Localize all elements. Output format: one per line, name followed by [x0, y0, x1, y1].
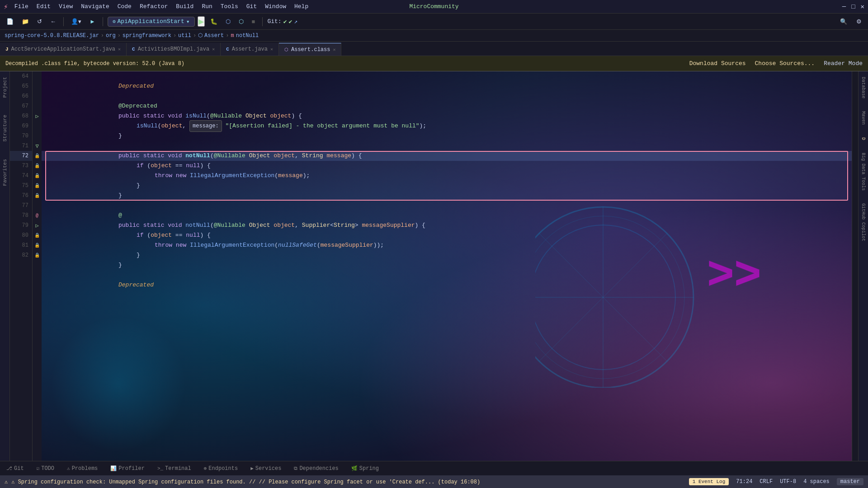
git-branch-button[interactable]: 👤▾ [68, 17, 84, 26]
code-79: public static void notNull(@Nullable Obj… [118, 221, 425, 230]
bottom-tab-todo[interactable]: ☑ TODO [34, 465, 57, 473]
tab-close-4[interactable]: ✕ [333, 47, 335, 52]
toolbar-separator-2 [103, 17, 103, 26]
bottom-tab-terminal[interactable]: >_ Terminal [155, 465, 194, 473]
menu-run[interactable]: Run [198, 2, 216, 11]
sidebar-item-d[interactable]: D [860, 136, 867, 142]
breadcrumb-org[interactable]: org [106, 33, 116, 39]
status-branch[interactable]: master [837, 478, 863, 485]
menu-bar: ⚡ File Edit View Navigate Code Refactor … [0, 0, 868, 14]
sync-button[interactable]: ↺ [34, 17, 45, 26]
menu-tools[interactable]: Tools [217, 2, 242, 11]
back-button[interactable]: ← [47, 17, 59, 26]
bottom-tab-dependencies[interactable]: ⧉ Dependencies [291, 465, 341, 473]
status-position[interactable]: 71:24 [736, 479, 752, 485]
minimize-button[interactable]: ─ [842, 3, 846, 10]
choose-sources-button[interactable]: Choose Sources... [755, 60, 815, 67]
menu-edit[interactable]: Edit [33, 2, 54, 11]
run-button[interactable]: ▶ [198, 16, 205, 27]
code-line-66 [42, 91, 852, 101]
left-panel-tabs: Project Structure Favorites [0, 71, 10, 461]
settings-button[interactable]: ⚙ [854, 17, 864, 26]
sidebar-item-favorites[interactable]: Favorites [1, 157, 9, 188]
code-line-76: } [42, 191, 852, 201]
event-log-button[interactable]: 1 Event Log [689, 478, 729, 485]
deprecated-65: Deprecated [118, 81, 154, 91]
bottom-tab-problems[interactable]: ⚠ Problems [64, 465, 100, 473]
bottom-tab-git[interactable]: ⎇ Git [4, 465, 27, 473]
tab-assert-java[interactable]: C Assert.java ✕ [221, 43, 279, 56]
sidebar-item-project[interactable]: Project [1, 75, 9, 99]
menu-navigate[interactable]: Navigate [77, 2, 113, 11]
tab-assert-class[interactable]: ⬡ Assert.class ✕ [279, 43, 341, 56]
tab-icon-java-2: C [132, 47, 135, 52]
status-indent[interactable]: 4 spaces [803, 479, 830, 485]
debug-button[interactable]: 🐛 [208, 17, 220, 26]
code-line-81: throw new IllegalArgumentException(nullS… [42, 240, 852, 250]
sidebar-item-copilot[interactable]: GitHub Copilot [860, 202, 867, 243]
code-line-68: public static void isNull(@Nullable Obje… [42, 111, 852, 121]
code-editor[interactable]: >> >> Deprecated @Deprecated public stat… [42, 71, 852, 461]
breadcrumb-jar[interactable]: spring-core-5.0.8.RELEASE.jar [5, 33, 99, 39]
bottom-tab-terminal-label: Terminal [165, 465, 191, 472]
reader-mode-button[interactable]: Reader Mode [824, 60, 863, 67]
breadcrumb-assert[interactable]: Assert [204, 33, 224, 39]
bottom-tab-services[interactable]: ▶ Services [248, 465, 284, 473]
menu-help[interactable]: Help [291, 2, 312, 11]
git-icon: ⎇ [6, 465, 12, 471]
code-82: } [137, 250, 140, 260]
close-button[interactable]: ✕ [861, 3, 864, 10]
run-config[interactable]: ⚙ ApiApplicationStart ▾ [108, 17, 195, 27]
bottom-tab-profiler[interactable]: 📊 Profiler [108, 465, 147, 473]
profile-button[interactable]: ⬡ [236, 17, 246, 26]
bottom-tab-endpoints[interactable]: ⊕ Endpoints [201, 465, 241, 473]
line-num-76: 76 [10, 191, 32, 201]
line-num-70: 70 [10, 131, 32, 141]
tab-acctservice[interactable]: J AcctServiceApplicationStart.java ✕ [0, 43, 127, 56]
right-panel-tabs: Database Maven D Big Data Tools GitHub C… [858, 71, 868, 461]
breadcrumb-springframework[interactable]: springframework [123, 33, 171, 39]
bookmark-button[interactable]: ► [87, 17, 98, 26]
sidebar-item-structure[interactable]: Structure [1, 113, 9, 143]
status-encoding[interactable]: UTF-8 [780, 479, 796, 485]
sidebar-item-database[interactable]: Database [860, 75, 867, 100]
tab-activitiesbmo[interactable]: C ActivitiesBMOImpl.java ✕ [127, 43, 221, 56]
menu-git[interactable]: Git [243, 2, 260, 11]
editor-scrollbar[interactable] [852, 71, 858, 461]
breadcrumb-sep-1: › [101, 33, 104, 39]
gutter-71[interactable]: ▽ [33, 141, 42, 151]
tab-label-assert-class: Assert.class [291, 47, 330, 53]
search-everywhere-button[interactable]: 🔍 [837, 17, 850, 26]
code-line-85: Deprecated [42, 280, 852, 290]
menu-build[interactable]: Build [172, 2, 197, 11]
gutter-79[interactable]: ▷ [33, 221, 42, 230]
gutter-68[interactable]: ▷ [33, 111, 42, 121]
menu-window[interactable]: Window [261, 2, 290, 11]
maximize-button[interactable]: □ [851, 3, 855, 10]
breadcrumb-util[interactable]: util [178, 33, 191, 39]
open-file-button[interactable]: 📁 [19, 17, 32, 26]
new-file-button[interactable]: 📄 [4, 17, 16, 26]
tab-close-3[interactable]: ✕ [270, 47, 273, 52]
code-74: throw new IllegalArgumentException(messa… [155, 171, 310, 181]
bottom-tab-spring[interactable]: 🌿 Spring [349, 465, 382, 473]
sidebar-item-bigdata[interactable]: Big Data Tools [860, 151, 867, 192]
code-line-67: @Deprecated [42, 101, 852, 111]
stop-button[interactable]: ■ [249, 17, 258, 26]
breadcrumb-method[interactable]: notNull [236, 33, 259, 39]
code-lines: Deprecated @Deprecated public static voi… [42, 71, 852, 461]
bottom-tab-profiler-label: Profiler [118, 465, 145, 472]
sidebar-item-maven[interactable]: Maven [860, 109, 867, 127]
menu-code[interactable]: Code [114, 2, 135, 11]
editor-gutter: ▷ ▽ 🔒 🔒 🔒 🔒 🔒 @ ▷ 🔒 🔒 🔒 [33, 71, 42, 461]
download-sources-button[interactable]: Download Sources [689, 60, 746, 67]
tab-close-1[interactable]: ✕ [118, 47, 121, 52]
git-check-icon-2: ✔ [288, 18, 292, 25]
tab-close-2[interactable]: ✕ [212, 47, 215, 52]
breadcrumb-sep-4: › [193, 33, 196, 39]
status-line-ending[interactable]: CRLF [760, 479, 773, 485]
menu-refactor[interactable]: Refactor [136, 2, 171, 11]
menu-file[interactable]: File [11, 2, 32, 11]
menu-view[interactable]: View [55, 2, 76, 11]
coverage-button[interactable]: ⬡ [223, 17, 233, 26]
